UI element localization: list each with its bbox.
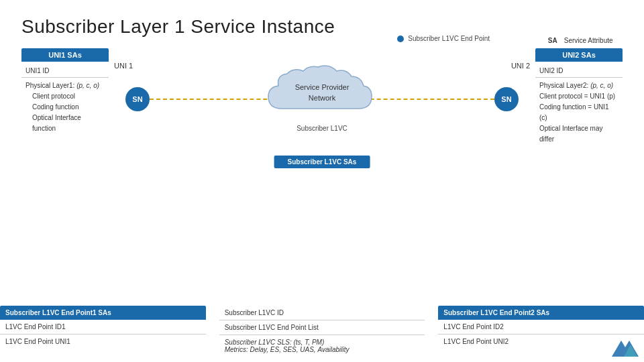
cloud-livc-label: Subscriber L1VC (248, 125, 396, 132)
uni2-physical-italic: (p, c, o) (590, 82, 613, 89)
panel-middle-row-3b: Metrics: Delay, ES, SES, UAS, (225, 346, 316, 353)
uni2-label: UNI 2 (511, 62, 530, 70)
panel-left-row-2: L1VC End Point UNI1 (0, 335, 206, 349)
svg-text:Network: Network (309, 94, 336, 102)
svg-text:Service Provider: Service Provider (295, 83, 350, 91)
cloud-area: Service Provider Network Subscriber L1VC (248, 62, 396, 132)
uni1-physical: Physical Layer1: (p, c, o) Client protoc… (21, 78, 109, 134)
panel-left-row-1: L1VC End Point ID1 (0, 320, 206, 335)
uni1-header: UNI1 SAs (21, 48, 109, 62)
uni2-header: UNI2 SAs (535, 48, 623, 62)
panel-right-header: Subscriber L1VC End Point2 SAs (438, 306, 644, 320)
uni1-id: UNI1 ID (21, 64, 109, 78)
uni1-item-3: Optical Interface function (25, 113, 105, 134)
uni1-label: UNI 1 (114, 62, 133, 70)
uni2-box: UNI2 SAs UNI2 ID Physical Layer2: (p, c,… (535, 48, 623, 145)
panel-middle-row-1: Subscriber L1VC ID (219, 306, 425, 320)
uni1-physical-italic: (p, c, o) (76, 82, 99, 89)
ep-legend-dot (397, 36, 404, 42)
uni2-id: UNI2 ID (535, 64, 623, 78)
panel-right-row-1: L1VC End Point ID2 (438, 320, 644, 335)
uni2-item-2: Coding function = UNI1 (c) (539, 102, 619, 123)
diagram-area: UNI1 SAs UNI1 ID Physical Layer1: (p, c,… (21, 48, 623, 196)
panel-left-header: Subscriber L1VC End Point1 SAs (0, 306, 206, 320)
l1vc-sas-header: Subscriber L1VC SAs (274, 156, 370, 168)
uni1-item-1: Client protocol (25, 91, 105, 102)
uni2-item-1: Client protocol = UNI1 (p) (539, 91, 619, 102)
uni2-physical-label: Physical Layer2: (539, 82, 588, 89)
uni1-physical-label: Physical Layer1: (25, 82, 74, 89)
panel-middle-row-3: Subscriber L1VC SLS: (ts, T, PM) Metrics… (219, 335, 425, 357)
panel-left: Subscriber L1VC End Point1 SAs L1VC End … (0, 306, 206, 357)
uni1-box: UNI1 SAs UNI1 ID Physical Layer1: (p, c,… (21, 48, 109, 134)
company-logo (612, 338, 639, 357)
page-title: Subscriber Layer 1 Service Instance (21, 16, 623, 38)
sa-value: Service Attribute (564, 35, 613, 46)
cloud-svg: Service Provider Network (262, 62, 382, 122)
bottom-panels: Subscriber L1VC End Point1 SAs L1VC End … (0, 306, 644, 357)
uni2-item-3: Optical Interface may differ (539, 123, 619, 145)
sn-left-circle: SN (125, 87, 150, 111)
panel-middle: Subscriber L1VC ID Subscriber L1VC End P… (219, 306, 425, 357)
sn-right-circle: SN (494, 87, 519, 111)
uni1-item-2: Coding function (25, 102, 105, 113)
ep-legend-label: Subscriber L1VC End Point (408, 35, 490, 42)
panel-middle-row-3c: Availability (317, 346, 349, 353)
panel-middle-row-3a: Subscriber L1VC SLS: (ts, T, PM) (225, 339, 325, 346)
page: Subscriber Layer 1 Service Instance Subs… (0, 0, 644, 362)
ep-legend: Subscriber L1VC End Point (397, 35, 490, 42)
panel-middle-row-2: Subscriber L1VC End Point List (219, 320, 425, 335)
sa-key: SA (548, 35, 560, 46)
uni2-physical: Physical Layer2: (p, c, o) Client protoc… (535, 78, 623, 145)
